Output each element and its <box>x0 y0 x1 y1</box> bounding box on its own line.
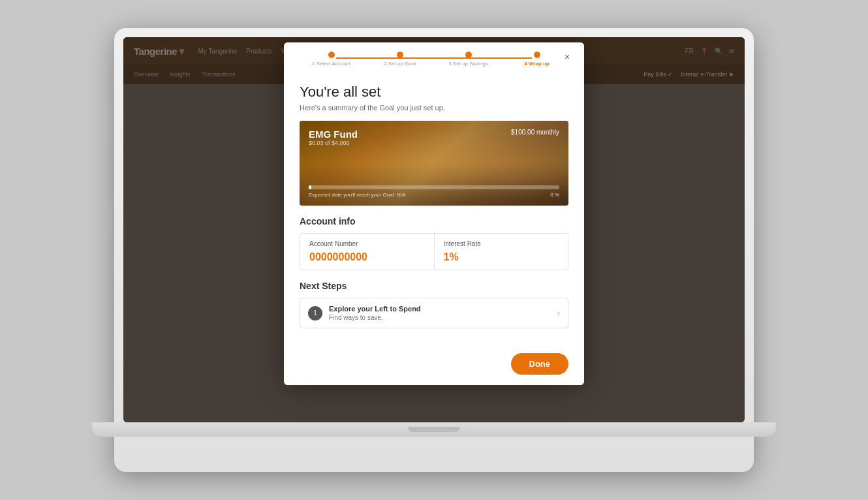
laptop-base <box>92 422 775 437</box>
goal-expected-date: Expected date you'll reach your Goal: N/… <box>309 192 405 198</box>
interest-rate-cell: Interest Rate 1% <box>435 234 568 270</box>
account-number-value: 0000000000 <box>309 251 425 263</box>
interest-rate-label: Interest Rate <box>444 240 559 247</box>
modal-title: You're all set <box>300 84 568 101</box>
step-1-dot <box>328 52 335 58</box>
next-step-text-1: Explore your Left to Spend Find ways to … <box>329 305 557 321</box>
step-4: 4 Wrap up <box>503 52 571 67</box>
step-3-label: 3 Set up Savings <box>448 61 488 67</box>
modal-header: 1 Select Account 2 Set up Goal 3 Set up … <box>284 42 584 73</box>
goal-card-content: EMG Fund $0.03 of $4,000 $100.00 monthly <box>300 121 568 206</box>
goal-card: EMG Fund $0.03 of $4,000 $100.00 monthly <box>300 121 568 206</box>
next-step-chevron-icon: › <box>557 309 560 318</box>
step-2-dot <box>397 52 403 58</box>
modal-overlay: 1 Select Account 2 Set up Goal 3 Set up … <box>123 37 745 422</box>
interest-rate-value: 1% <box>444 251 559 263</box>
goal-progress-area: Expected date you'll reach your Goal: N/… <box>309 185 559 198</box>
goal-progress-bar-background <box>309 185 559 189</box>
laptop-notch <box>408 427 460 432</box>
goal-card-left: EMG Fund $0.03 of $4,000 <box>309 129 358 146</box>
account-info-grid: Account Number 0000000000 Interest Rate … <box>300 233 568 270</box>
next-step-number-1: 1 <box>308 306 322 320</box>
step-2-label: 2 Set up Goal <box>384 61 416 67</box>
step-4-dot <box>534 52 540 58</box>
done-button[interactable]: Done <box>511 353 569 375</box>
goal-monthly-amount: $100.00 monthly <box>511 129 559 136</box>
laptop-screen: Tangerine▼ My Tangerine Products Ways to… <box>123 37 745 422</box>
step-4-label: 4 Wrap up <box>524 61 550 67</box>
step-1-label: 1 Select Account <box>312 61 351 67</box>
step-2: 2 Set up Goal <box>365 52 434 67</box>
stepper: 1 Select Account 2 Set up Goal 3 Set up … <box>297 52 571 73</box>
account-number-cell: Account Number 0000000000 <box>300 234 435 270</box>
goal-name: EMG Fund <box>309 129 358 140</box>
step-3: 3 Set up Savings <box>434 52 503 67</box>
modal-subtitle: Here's a summary of the Goal you just se… <box>300 104 568 112</box>
goal-progress-labels: Expected date you'll reach your Goal: N/… <box>309 192 559 198</box>
modal-footer: Done <box>284 347 584 385</box>
step-3-dot <box>465 52 472 58</box>
next-step-title-1: Explore your Left to Spend <box>329 305 557 313</box>
next-step-item-1[interactable]: 1 Explore your Left to Spend Find ways t… <box>300 298 568 328</box>
browser-background: Tangerine▼ My Tangerine Products Ways to… <box>123 37 745 422</box>
modal-dialog: 1 Select Account 2 Set up Goal 3 Set up … <box>284 42 584 385</box>
next-steps-title: Next Steps <box>300 281 568 291</box>
account-info-title: Account info <box>300 216 568 227</box>
goal-progress-bar-fill <box>309 185 311 189</box>
modal-body: You're all set Here's a summary of the G… <box>284 73 584 347</box>
goal-amount: $0.03 of $4,000 <box>309 140 358 146</box>
laptop-shell: Tangerine▼ My Tangerine Products Ways to… <box>114 28 754 472</box>
goal-percent-label: 0 % <box>550 192 559 198</box>
goal-card-top: EMG Fund $0.03 of $4,000 $100.00 monthly <box>309 129 559 146</box>
account-number-label: Account Number <box>309 240 425 247</box>
next-step-subtitle-1: Find ways to save. <box>329 314 557 321</box>
step-1: 1 Select Account <box>297 52 365 67</box>
